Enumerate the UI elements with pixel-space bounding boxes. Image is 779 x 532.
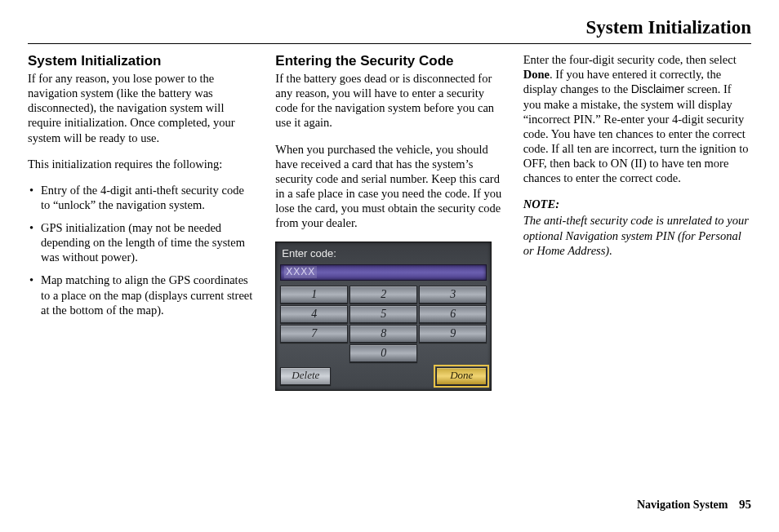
header-rule — [28, 43, 751, 44]
note-label: NOTE: — [523, 197, 751, 211]
content-columns: System Initialization If for any reason,… — [28, 52, 751, 391]
section-heading-init: System Initialization — [28, 52, 256, 69]
list-item: Map matching to align the GPS coordinate… — [29, 273, 256, 317]
para-init-requires: This initialization requires the followi… — [28, 157, 256, 171]
init-bullet-list: Entry of the 4-digit anti-theft security… — [28, 183, 256, 317]
bold-done: Done — [523, 68, 550, 81]
para-code-card: When you purchased the vehicle, you shou… — [275, 142, 503, 231]
keypad-value: XXXX — [284, 266, 317, 278]
delete-button[interactable]: Delete — [280, 367, 331, 385]
column-2: Entering the Security Code If the batter… — [275, 52, 503, 391]
list-item: GPS initialization (may not be needed de… — [29, 220, 256, 264]
text-run: screen. If you make a mistake, the syste… — [523, 82, 749, 184]
page-footer: Navigation System 95 — [637, 497, 751, 512]
key-0[interactable]: 0 — [349, 344, 417, 362]
done-button[interactable]: Done — [436, 367, 487, 385]
key-5[interactable]: 5 — [349, 305, 417, 323]
disclaimer-label: Disclaimer — [631, 82, 684, 95]
key-3[interactable]: 3 — [419, 286, 487, 304]
key-9[interactable]: 9 — [419, 325, 487, 343]
keypad-prompt: Enter code: — [282, 247, 487, 260]
keypad-input[interactable]: XXXX — [280, 264, 487, 281]
column-3: Enter the four-digit security code, then… — [523, 52, 751, 391]
para-init-intro: If for any reason, you lose power to the… — [28, 71, 256, 145]
key-8[interactable]: 8 — [349, 325, 417, 343]
key-2[interactable]: 2 — [349, 286, 417, 304]
keypad-actions: Delete Done — [280, 367, 487, 385]
text-run: Enter the four-digit security code, then… — [523, 53, 737, 66]
footer-label: Navigation System — [637, 499, 728, 511]
keypad-grid: 1 2 3 4 5 6 7 8 9 0 — [280, 286, 487, 362]
list-item: Entry of the 4-digit anti-theft security… — [29, 183, 256, 212]
keypad-panel: Enter code: XXXX 1 2 3 4 5 6 7 8 9 0 Del… — [275, 242, 492, 390]
note-body: The anti-theft security code is unrelate… — [523, 213, 751, 257]
key-7[interactable]: 7 — [280, 325, 348, 343]
column-1: System Initialization If for any reason,… — [28, 52, 256, 391]
para-code-intro: If the battery goes dead or is disconnec… — [275, 71, 503, 131]
section-heading-code: Entering the Security Code — [275, 52, 503, 69]
page-header-title: System Initialization — [28, 16, 751, 43]
para-enter-code: Enter the four-digit security code, then… — [523, 52, 751, 186]
page-number: 95 — [739, 498, 751, 511]
key-4[interactable]: 4 — [280, 305, 348, 323]
key-6[interactable]: 6 — [419, 305, 487, 323]
key-1[interactable]: 1 — [280, 286, 348, 304]
